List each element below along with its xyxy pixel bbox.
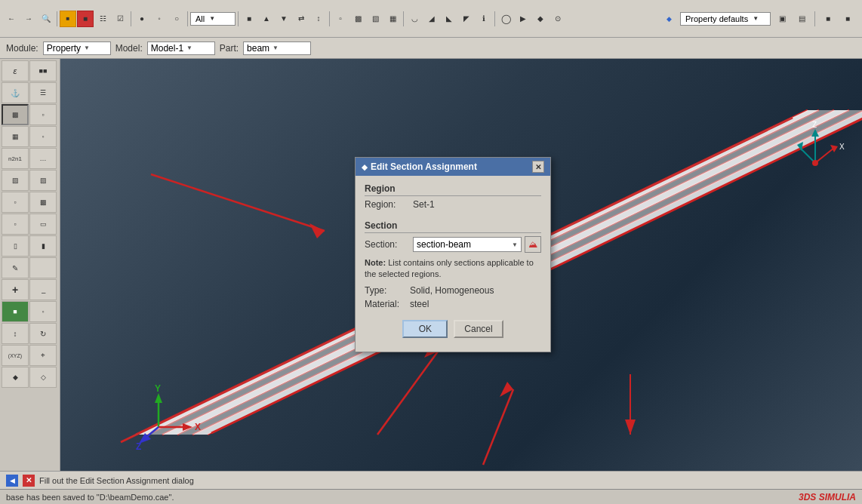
note-bold-label: Note:: [365, 258, 386, 267]
part-dropdown[interactable]: beam ▼: [243, 41, 311, 55]
model-value: Model-1: [151, 43, 183, 54]
sidebar-icon-section[interactable]: ■■: [29, 60, 57, 81]
tool-9[interactable]: ▲: [258, 11, 275, 27]
sidebar-icon-green-box[interactable]: ■: [2, 301, 29, 322]
tool-5[interactable]: ●: [134, 11, 150, 27]
tool-18[interactable]: ◢: [423, 11, 440, 27]
module-dropdown[interactable]: Property ▼: [43, 41, 111, 55]
sidebar-icon-anchor[interactable]: ⚓: [2, 82, 29, 103]
sidebar-icon-shell[interactable]: ▯: [2, 235, 29, 257]
part-value: beam: [247, 43, 269, 54]
svg-line-18: [483, 389, 513, 465]
tool-10[interactable]: ▼: [276, 11, 292, 27]
sidebar-icon-n2n1[interactable]: n2n1: [2, 148, 29, 169]
tool-8[interactable]: ■: [241, 11, 257, 27]
sidebar-icon-dots[interactable]: …: [29, 148, 57, 169]
tool-22[interactable]: ◯: [497, 11, 514, 27]
back-icon[interactable]: ←: [3, 11, 20, 27]
sidebar-row-13: ↕ ↻: [2, 323, 58, 344]
prop-view-1[interactable]: ▣: [774, 11, 790, 27]
tool-14[interactable]: ▩: [349, 11, 366, 27]
ok-button[interactable]: OK: [402, 320, 448, 338]
property-defaults-label: Property defaults: [685, 14, 748, 23]
tool-23[interactable]: ▶: [515, 11, 531, 27]
sidebar-icon-move[interactable]: ↕: [2, 323, 29, 344]
toolbar-sep-4: [238, 11, 239, 26]
material-label: Material:: [365, 299, 410, 309]
dialog-sep-1: [365, 214, 541, 220]
tool-11[interactable]: ⇄: [293, 11, 309, 27]
tool-13[interactable]: ▫: [332, 11, 349, 27]
tool-15[interactable]: ▧: [367, 11, 383, 27]
tool-19[interactable]: ◣: [441, 11, 457, 27]
cursor-arrow: [625, 374, 636, 435]
tool-17[interactable]: ◡: [406, 11, 423, 27]
sidebar-icon-plate[interactable]: ▮: [29, 235, 57, 257]
toolbar-sep-1: [57, 11, 57, 26]
tool-2[interactable]: ■: [77, 11, 94, 27]
sidebar-icon-12b[interactable]: ◦: [29, 301, 57, 322]
sidebar-icon-active[interactable]: ▩: [2, 104, 29, 125]
sidebar-icon-pencil[interactable]: ✎: [2, 257, 29, 278]
prop-icon[interactable]: ◆: [660, 11, 677, 27]
dialog-close-button[interactable]: ✕: [532, 161, 544, 173]
sidebar-icon-6a[interactable]: ▧: [2, 170, 29, 191]
status-back-icon[interactable]: ◀: [6, 475, 18, 487]
region-label: Region:: [365, 199, 410, 210]
svg-text:Y: Y: [155, 383, 161, 394]
search-icon[interactable]: 🔍: [38, 11, 54, 27]
dialog-buttons: OK Cancel: [365, 317, 541, 344]
sidebar-icon-cube2[interactable]: ▭: [29, 214, 57, 235]
section-icon-button[interactable]: ⛰: [525, 236, 541, 253]
sidebar-icon-target[interactable]: ⌖: [29, 345, 57, 366]
status-stop-button[interactable]: ✕: [23, 475, 35, 487]
sidebar-icon-grid[interactable]: ▦: [2, 126, 29, 147]
part-arrow-icon: ▼: [272, 45, 279, 51]
tool-12[interactable]: ↕: [310, 11, 327, 27]
sidebar-icon-epsilon[interactable]: ε: [2, 60, 29, 81]
svg-text:Z: Z: [812, 121, 817, 129]
prop-extra-2[interactable]: ■: [839, 11, 856, 27]
sidebar-icon-plus[interactable]: +: [2, 279, 29, 300]
tool-21[interactable]: ℹ: [476, 11, 492, 27]
type-value: Solid, Homogeneous: [410, 285, 494, 296]
tool-6[interactable]: ◦: [151, 11, 168, 27]
sidebar-icon-7b[interactable]: ▩: [29, 192, 57, 213]
model-dropdown[interactable]: Model-1 ▼: [147, 41, 215, 55]
svg-line-16: [377, 352, 438, 435]
sidebar-icon-15a[interactable]: ◆: [2, 367, 29, 388]
all-dropdown[interactable]: All: [190, 12, 236, 26]
sidebar-icon-rotate[interactable]: ↻: [29, 323, 57, 344]
section-dropdown[interactable]: section-beam ▼: [413, 237, 522, 252]
sidebar-icon-mesh[interactable]: ◦: [29, 126, 57, 147]
sidebar-icon-7a[interactable]: ▫: [2, 192, 29, 213]
sidebar-icon-xyz[interactable]: (XYZ): [2, 345, 29, 366]
sidebar-icon-6b[interactable]: ▨: [29, 170, 57, 191]
dialog-title: Edit Section Assignment: [371, 161, 477, 172]
red-arrow-1: [151, 174, 325, 238]
sidebar-icon-layers[interactable]: ☰: [29, 82, 57, 103]
sidebar-icon-line[interactable]: ⎯: [29, 279, 57, 300]
forward-icon[interactable]: →: [20, 11, 37, 27]
tool-24[interactable]: ◆: [532, 11, 549, 27]
tool-1[interactable]: ■: [60, 11, 76, 27]
prop-view-2[interactable]: ▤: [793, 11, 810, 27]
sidebar-icon-15b[interactable]: ◇: [29, 367, 57, 388]
material-row: Material: steel: [365, 299, 541, 309]
tool-7[interactable]: ○: [168, 11, 185, 27]
cancel-button[interactable]: Cancel: [454, 320, 503, 338]
section-label: Section:: [365, 239, 410, 250]
property-defaults-dropdown[interactable]: Property defaults: [680, 12, 771, 26]
sidebar-icon-cube[interactable]: ▫: [2, 214, 29, 235]
type-label: Type:: [365, 285, 410, 296]
sidebar-row-8: ▫ ▭: [2, 214, 58, 235]
tool-25[interactable]: ⊙: [550, 11, 566, 27]
tool-3[interactable]: ☷: [94, 11, 111, 27]
tool-16[interactable]: ▦: [384, 11, 401, 27]
tool-4[interactable]: ☑: [112, 11, 128, 27]
bottom-bar: base has been saved to "D:\beamDemo.cae"…: [0, 489, 862, 504]
prop-extra-1[interactable]: ■: [820, 11, 836, 27]
sidebar-icon-beam[interactable]: ▫: [29, 104, 57, 125]
sidebar-icon-10b[interactable]: [29, 257, 57, 278]
tool-20[interactable]: ◤: [458, 11, 475, 27]
